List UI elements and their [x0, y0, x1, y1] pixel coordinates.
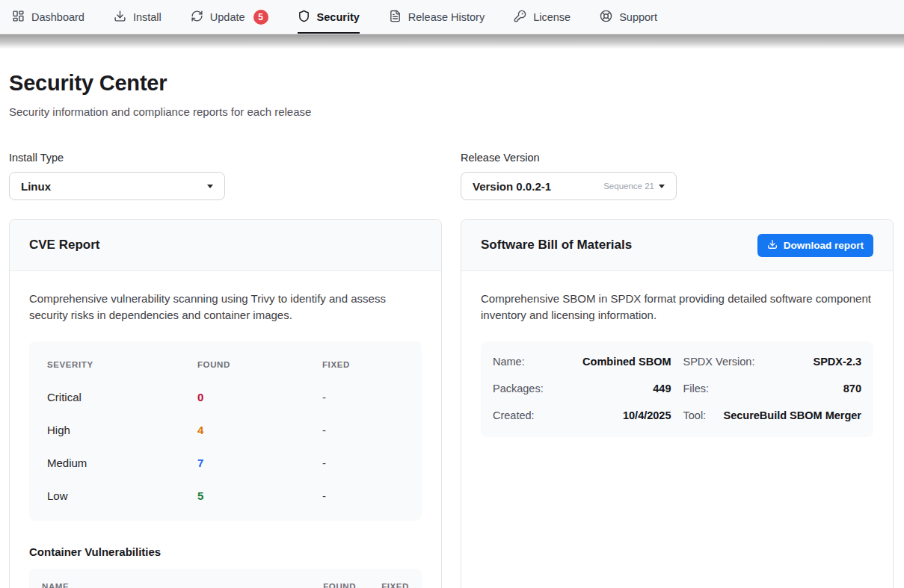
severity-table: SEVERITY FOUND FIXED Critical 0 - High 4… [29, 341, 422, 521]
life-buoy-icon [600, 10, 612, 25]
fixed-count: - [322, 424, 404, 436]
detail-value: 870 [843, 383, 861, 394]
file-text-icon [389, 10, 402, 25]
update-count-badge: 5 [253, 10, 268, 25]
found-count: 0 [197, 391, 322, 403]
release-version-select[interactable]: Version 0.0.2-1 Sequence 21 [461, 172, 677, 200]
install-type-label: Install Type [9, 152, 442, 164]
nav-tab-security[interactable]: Security [298, 0, 360, 34]
page-subtitle: Security information and compliance repo… [9, 105, 894, 118]
chevron-down-icon [207, 185, 213, 188]
detail-value: 449 [653, 383, 671, 394]
severity-column-header: SEVERITY [47, 360, 197, 369]
top-nav: Dashboard Install Update 5 Security Rele… [0, 0, 904, 34]
list-item: Tool: SecureBuild SBOM Merger [683, 402, 862, 429]
found-count: 5 [197, 489, 322, 502]
list-item: Packages: 449 [493, 375, 671, 402]
detail-label: Packages: [493, 383, 544, 394]
cve-report-description: Comprehensive vulnerability scanning usi… [29, 291, 422, 324]
detail-value: Combined SBOM [582, 356, 671, 368]
install-type-value: Linux [21, 180, 51, 193]
nav-tab-dashboard[interactable]: Dashboard [12, 0, 84, 34]
refresh-icon [191, 10, 203, 25]
nav-shadow-divider [0, 34, 904, 49]
release-version-value: Version 0.0.2-1 [473, 180, 551, 193]
release-version-label: Release Version [461, 152, 894, 164]
install-type-select[interactable]: Linux [9, 172, 225, 200]
list-item: Created: 10/4/2025 [493, 402, 671, 429]
list-item: Name: Combined SBOM [493, 348, 671, 375]
severity-label: Low [47, 489, 197, 502]
nav-tab-label: Update [210, 11, 245, 23]
security-center-page: Security Center Security information and… [0, 71, 904, 588]
severity-label: Medium [47, 457, 197, 469]
download-icon [114, 10, 126, 25]
list-item: SPDX Version: SPDX-2.3 [683, 348, 862, 375]
shield-icon [298, 10, 310, 25]
detail-label: Created: [493, 409, 535, 421]
table-row: Low 5 - [29, 480, 422, 513]
sbom-card: Software Bill of Materials Download repo… [461, 219, 894, 588]
severity-label: Critical [47, 391, 197, 403]
table-row: Medium 7 - [29, 447, 422, 480]
sbom-details-panel: Name: Combined SBOM SPDX Version: SPDX-2… [481, 341, 873, 437]
found-count: 7 [197, 457, 322, 469]
nav-tab-label: Dashboard [31, 11, 84, 23]
nav-tab-install[interactable]: Install [114, 0, 162, 34]
sbom-description: Comprehensive SBOM in SPDX format provid… [481, 291, 873, 324]
container-vulnerabilities-table-header: NAME FOUND FIXED [29, 569, 422, 588]
list-item: Files: 870 [683, 375, 862, 402]
fixed-column-header: FIXED [322, 360, 404, 369]
table-row: High 4 - [29, 414, 422, 447]
fixed-count: - [322, 391, 404, 403]
nav-tab-update[interactable]: Update 5 [191, 0, 268, 34]
nav-tab-label: License [533, 11, 571, 23]
sbom-header: Software Bill of Materials Download repo… [461, 220, 893, 271]
download-icon [767, 239, 778, 252]
severity-table-header: SEVERITY FOUND FIXED [29, 348, 422, 381]
name-column-header: NAME [42, 582, 298, 588]
download-report-label: Download report [784, 240, 864, 251]
detail-label: Tool: [683, 409, 707, 421]
found-count: 4 [197, 424, 322, 436]
detail-value: SPDX-2.3 [814, 356, 861, 368]
fixed-column-header: FIXED [381, 582, 409, 588]
found-column-header: FOUND [323, 582, 356, 588]
cve-report-header: CVE Report [10, 220, 441, 271]
cve-report-body: Comprehensive vulnerability scanning usi… [10, 271, 441, 588]
detail-value: 10/4/2025 [623, 409, 671, 421]
cve-report-title: CVE Report [29, 238, 99, 253]
sbom-body: Comprehensive SBOM in SPDX format provid… [461, 271, 893, 457]
nav-tab-label: Release History [408, 11, 485, 23]
page-title: Security Center [9, 71, 894, 96]
cards-row: CVE Report Comprehensive vulnerability s… [9, 219, 894, 588]
nav-tab-support[interactable]: Support [600, 0, 657, 34]
severity-label: High [47, 424, 197, 436]
sbom-title: Software Bill of Materials [481, 238, 632, 253]
release-version-filter: Release Version Version 0.0.2-1 Sequence… [461, 152, 894, 200]
detail-label: SPDX Version: [683, 356, 755, 368]
nav-tab-license[interactable]: License [514, 0, 571, 34]
container-vulnerabilities-title: Container Vulnerabilities [29, 545, 422, 558]
found-column-header: FOUND [197, 360, 322, 369]
nav-tab-label: Support [619, 11, 657, 23]
download-report-button[interactable]: Download report [757, 234, 873, 257]
table-row: Critical 0 - [29, 381, 422, 414]
detail-label: Files: [683, 383, 710, 394]
nav-tab-label: Security [317, 11, 360, 23]
detail-label: Name: [493, 356, 525, 368]
install-type-filter: Install Type Linux [9, 152, 442, 200]
chevron-down-icon [659, 185, 665, 188]
fixed-count: - [322, 457, 404, 469]
dashboard-icon [12, 10, 25, 25]
nav-tab-release-history[interactable]: Release History [389, 0, 485, 34]
key-icon [514, 10, 526, 25]
cve-report-card: CVE Report Comprehensive vulnerability s… [9, 219, 442, 588]
fixed-count: - [322, 489, 404, 502]
detail-value: SecureBuild SBOM Merger [723, 409, 861, 421]
filters-row: Install Type Linux Release Version Versi… [9, 152, 894, 200]
nav-tab-label: Install [133, 11, 162, 23]
sequence-badge: Sequence 21 [603, 182, 654, 191]
